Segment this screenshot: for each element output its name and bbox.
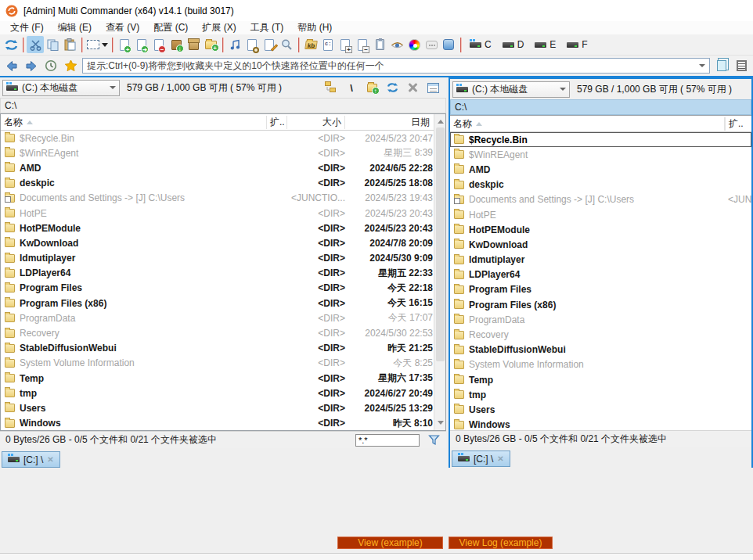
scroll-down-icon[interactable] [434,417,446,429]
preview-eye-button[interactable] [388,36,405,53]
file-row[interactable]: Temp<DIR>星期六 17:35 [1,371,445,386]
file-row[interactable]: LDPlayer64<DIR>星期五 22:33 [1,266,445,281]
log-view-button[interactable] [733,58,749,74]
copy-button[interactable] [44,36,61,53]
left-path-bar[interactable]: C:\ [0,98,446,113]
file-row[interactable]: Users<DIR>2024/5/25 13:29 [1,400,445,415]
menu-item-2[interactable]: 查看 (V) [99,20,146,35]
file-row[interactable]: tmp [450,387,751,402]
file-row[interactable]: Program Files (x86)<DIR>今天 16:15 [1,296,445,311]
file-row[interactable]: $Recycle.Bin [450,132,751,147]
view-file-button[interactable] [243,36,261,53]
column-header-ext[interactable]: 扩.. [267,116,287,129]
scrollbar-thumb[interactable] [436,127,445,361]
unpack-archive-button[interactable] [185,36,202,53]
filter-funnel-icon[interactable] [428,434,440,446]
column-header-ext[interactable]: 扩.. [725,117,751,131]
file-row[interactable]: System Volume Information<DIR>今天 8:25 [1,356,445,371]
file-row[interactable]: HotPEModule<DIR>2024/5/23 20:43 [1,221,445,235]
file-row[interactable]: $WinREAgent<DIR>星期三 8:39 [1,145,445,160]
file-row[interactable]: Users [450,402,751,417]
file-row[interactable]: Temp [450,372,751,387]
forward-button[interactable] [23,58,39,74]
left-scrollbar[interactable] [434,114,445,430]
file-row[interactable]: ldmutiplayer<DIR>2024/5/30 9:09 [1,251,445,266]
edit-file-button[interactable] [261,36,278,53]
file-row[interactable]: Recovery [450,327,751,342]
remove-doc-button[interactable] [354,36,371,53]
left-drive-selector[interactable]: (C:) 本地磁盘 [2,80,120,96]
swap-panels-button[interactable] [2,36,20,53]
audio-tools-button[interactable] [226,36,243,53]
notes-button[interactable] [714,58,730,74]
file-row[interactable]: Program Files (x86) [450,297,751,312]
file-row[interactable]: StableDiffusionWebui [450,343,751,357]
scroll-up-icon[interactable] [434,116,446,127]
view-example-button[interactable]: View (example) [337,537,443,549]
file-row[interactable]: StableDiffusionWebui<DIR>昨天 21:25 [1,341,445,356]
address-dropdown-icon[interactable] [699,64,705,67]
file-row[interactable]: KwDownload<DIR>2024/7/8 20:09 [1,235,445,250]
file-row[interactable]: deskpic [450,178,751,192]
clipboard-tool-button[interactable] [371,36,388,53]
menu-item-1[interactable]: 编辑 (E) [51,20,99,35]
right-tab[interactable]: [C:] \ ✕ [452,451,510,467]
add-doc-button[interactable] [337,36,354,53]
file-row[interactable]: AMD<DIR>2024/6/5 22:28 [1,160,445,175]
drive-button-e[interactable]: E [529,36,561,53]
display-settings-button[interactable] [440,36,457,53]
file-row[interactable]: Windows [450,418,751,430]
go-up-button[interactable] [365,81,379,95]
delete-file-button[interactable] [150,36,168,53]
file-row[interactable]: Recovery<DIR>2024/5/30 22:53 [1,325,445,340]
paste-button[interactable] [61,36,78,53]
history-button[interactable] [43,58,59,74]
drive-button-d[interactable]: D [497,36,530,53]
file-row[interactable]: deskpic<DIR>2024/5/25 18:08 [1,176,445,191]
file-row[interactable]: Program Files [450,282,751,297]
go-root-button[interactable]: \ [344,81,358,95]
file-row[interactable]: KwDownload [450,237,751,252]
left-filter-input[interactable] [355,434,420,447]
drive-button-c[interactable]: C [464,36,497,53]
color-settings-button[interactable] [405,36,423,53]
file-row[interactable]: AMD [450,162,751,177]
file-row[interactable]: HotPEModule [450,222,751,237]
search-button[interactable] [278,36,295,53]
file-row[interactable]: Windows<DIR>昨天 8:10 [1,416,445,430]
cut-button[interactable] [27,36,44,53]
drive-button-f[interactable]: F [561,36,593,53]
file-row[interactable]: Program Files<DIR>今天 22:18 [1,281,445,296]
file-row[interactable]: tmp<DIR>2024/6/27 20:49 [1,386,445,400]
column-header-date[interactable]: 日期 [345,116,433,129]
file-row[interactable]: Documents and Settings -> [J] C:\Users<J… [450,192,751,207]
column-header-name[interactable]: 名称 [1,116,267,129]
path-hint-field[interactable]: 提示:Ctrl+(0-9)将带您到收藏夹中定义的10个快速路径位置中的任何一个 [82,58,710,74]
menu-item-6[interactable]: 帮助 (H) [290,20,339,35]
command-doc-button[interactable] [319,36,337,53]
file-row[interactable]: LDPlayer64 [450,267,751,282]
selection-menu-button[interactable] [85,36,109,53]
kb-folder-button[interactable]: kb [302,36,319,53]
file-row[interactable]: ldmutiplayer [450,253,751,267]
refresh-button[interactable] [385,81,399,95]
file-row[interactable]: HotPE [450,207,751,222]
view-log-example-button[interactable]: View Log (example) [449,537,553,549]
favorites-star-button[interactable] [63,58,78,74]
menu-item-0[interactable]: 文件 (F) [3,20,51,35]
view-mode-button[interactable] [426,81,440,95]
column-header-name[interactable]: 名称 [450,117,725,131]
file-row[interactable]: Documents and Settings -> [J] C:\Users<J… [1,191,445,206]
right-path-bar[interactable]: C:\ [450,99,751,115]
right-drive-selector[interactable]: (C:) 本地磁盘 [452,81,570,98]
comments-button[interactable] [423,36,440,53]
folder-tree-button[interactable] [324,81,338,95]
file-row[interactable]: $Recycle.Bin<DIR>2024/5/23 20:47 [1,131,445,145]
new-file-button[interactable] [116,36,133,53]
left-tab[interactable]: [C:] \ ✕ [2,451,60,468]
column-header-size[interactable]: 大小 [287,116,345,129]
copy-file-button[interactable] [133,36,150,53]
file-row[interactable]: ProgramData<DIR>今天 17:07 [1,311,445,325]
file-row[interactable]: HotPE<DIR>2024/5/23 20:43 [1,206,445,221]
tab-close-icon[interactable]: ✕ [497,455,503,463]
